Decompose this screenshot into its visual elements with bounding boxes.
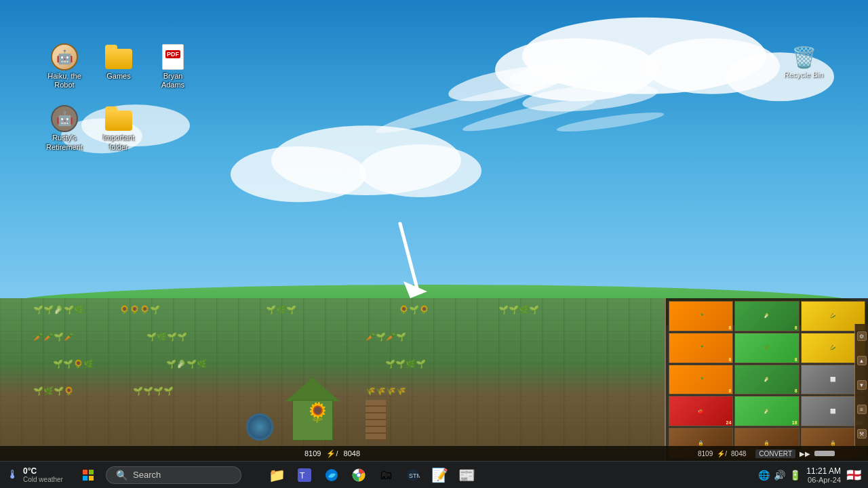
svg-rect-17 — [83, 470, 87, 474]
desktop-icon-rustys[interactable]: 🤖 Rusty's Retirement — [41, 102, 88, 154]
tray-icon-notifications[interactable]: 🏴󠁧󠁢󠁥󠁮󠁧󠁿 — [846, 468, 861, 483]
bryan-adams-icon: PDF — [159, 43, 186, 70]
icon-row-top: 🤖 Haiku, the Robot Games PDF — [41, 41, 197, 92]
desktop: 🤖 Haiku, the Robot Games PDF — [0, 0, 868, 488]
svg-point-9 — [359, 144, 481, 197]
inv-slot-7[interactable]: 🥕8 — [669, 365, 733, 395]
game-status-left: 8109 — [304, 449, 321, 458]
inv-status-mid: 8048 — [731, 450, 746, 458]
convert-label: CONVERT — [755, 449, 795, 458]
inv-slot-1[interactable]: 🥕8 — [669, 301, 733, 331]
clock-time: 11:21 AM — [806, 466, 841, 476]
desktop-icon-games[interactable]: Games — [95, 41, 142, 92]
svg-rect-20 — [89, 476, 94, 481]
inv-slot-10[interactable]: 🍅24 — [669, 396, 733, 426]
haiku-robot-label: Haiku, the Robot — [43, 72, 85, 89]
recycle-bin-icon: 🗑️ — [791, 43, 816, 70]
taskbar-app-teams[interactable]: T — [292, 463, 317, 487]
taskbar-app-files[interactable]: 🗂 — [374, 463, 398, 487]
search-icon: 🔍 — [116, 470, 127, 481]
rustys-label: Rusty's Retirement — [43, 134, 85, 151]
icon-row-bottom: 🤖 Rusty's Retirement Important folder — [41, 102, 197, 154]
svg-line-15 — [400, 224, 417, 288]
taskbar-app-chrome[interactable] — [347, 463, 371, 487]
side-btn-3[interactable]: ▼ — [857, 380, 867, 390]
weather-temperature: 0°C — [23, 466, 63, 476]
svg-point-8 — [231, 146, 366, 202]
game-canvas: 🌱🌱🥬🌱🌿 🌻🌻🌻🌱 🌱🌿🌱 🌻🌱🌻 🌱🌱🌿🌱 🥕🥕🌱🥕 🌱🌿🌱🌱 🥕🌱🥕🌱 🌱… — [0, 298, 665, 461]
svg-text:STM: STM — [409, 472, 420, 479]
weather-widget[interactable]: 🌡 0°C Cold weather — [0, 466, 75, 483]
taskbar-app-file-explorer[interactable]: 📁 — [265, 463, 290, 487]
taskbar-app-notes[interactable]: 📝 — [428, 463, 452, 487]
weather-text: 0°C Cold weather — [23, 466, 63, 483]
start-button[interactable] — [75, 462, 102, 489]
desktop-icon-bryan-adams[interactable]: PDF Bryan Adams — [149, 41, 197, 92]
taskbar-app-steam[interactable]: STM — [401, 463, 425, 487]
important-folder-label: Important folder — [98, 134, 140, 151]
inventory-panel: 🥕8 🥬8 🌽21 🥕8 🌿8 🌽4 🥕8 🥬8 ⬜8 🍅24 🥬18 ⬜101… — [665, 298, 868, 461]
haiku-robot-icon: 🤖 — [51, 43, 78, 70]
bryan-adams-label: Bryan Adams — [152, 72, 194, 89]
taskbar-app-edge[interactable] — [319, 463, 344, 487]
annotation-arrow — [380, 217, 434, 305]
recycle-bin-label: Recycle Bin — [784, 70, 823, 79]
inventory-bottom-bar: 8109 ⚡/ 8048 CONVERT ▶▶ — [665, 446, 868, 461]
side-btn-4[interactable]: ≡ — [857, 405, 867, 414]
desktop-icon-recycle-bin[interactable]: 🗑️ Recycle Bin — [780, 41, 827, 81]
games-label: Games — [106, 72, 130, 81]
svg-point-27 — [357, 473, 360, 476]
side-btn-2[interactable]: ▲ — [857, 356, 867, 365]
tray-icon-network[interactable]: 🌐 — [758, 470, 770, 481]
system-clock[interactable]: 11:21 AM 06-Apr-24 — [806, 466, 841, 484]
desktop-icon-important[interactable]: Important folder — [95, 102, 142, 154]
inv-slot-5[interactable]: 🌿8 — [734, 333, 799, 363]
side-panel: ⚙ ▲ ▼ ≡ ⚒ — [854, 324, 868, 446]
taskbar-app-news[interactable]: 📰 — [455, 463, 479, 487]
svg-text:T: T — [300, 471, 305, 481]
important-folder-icon — [105, 105, 132, 132]
games-folder-icon — [105, 43, 132, 70]
tray-icon-battery[interactable]: 🔋 — [789, 470, 801, 481]
game-area[interactable]: 🌱🌱🥬🌱🌿 🌻🌻🌻🌱 🌱🌿🌱 🌻🌱🌻 🌱🌱🌿🌱 🥕🥕🌱🥕 🌱🌿🌱🌱 🥕🌱🥕🌱 🌱… — [0, 298, 665, 461]
pinned-apps: 📁 T — [245, 463, 498, 487]
inv-slot-11[interactable]: 🥬18 — [734, 396, 799, 426]
side-btn-5[interactable]: ⚒ — [857, 429, 867, 439]
game-status-icon1: ⚡/ — [326, 449, 338, 458]
rustys-icon: 🤖 — [51, 105, 78, 132]
tray-icons: 🌐 🔊 🔋 — [758, 470, 801, 481]
search-bar[interactable]: 🔍 Search — [106, 466, 241, 484]
search-label: Search — [133, 470, 161, 480]
svg-point-14 — [556, 108, 665, 135]
tray-icon-volume[interactable]: 🔊 — [774, 470, 785, 481]
weather-description: Cold weather — [23, 476, 63, 483]
desktop-icon-haiku-robot[interactable]: 🤖 Haiku, the Robot — [41, 41, 88, 92]
clock-date: 06-Apr-24 — [808, 476, 841, 484]
inv-slot-8[interactable]: 🥬8 — [734, 365, 799, 395]
game-status-mid: 8048 — [344, 449, 360, 458]
side-btn-1[interactable]: ⚙ — [857, 331, 867, 341]
game-status-bar: 8109 ⚡/ 8048 — [0, 446, 665, 461]
svg-rect-19 — [83, 476, 87, 481]
desktop-icons: 🤖 Haiku, the Robot Games PDF — [41, 41, 197, 155]
inv-slot-4[interactable]: 🥕8 — [669, 333, 733, 363]
system-tray: 🌐 🔊 🔋 11:21 AM 06-Apr-24 🏴󠁧󠁢󠁥󠁮󠁧󠁿 — [751, 466, 868, 484]
taskbar: 🌡 0°C Cold weather 🔍 Search 📁 — [0, 461, 868, 488]
weather-icon: 🌡 — [7, 468, 19, 482]
inv-slot-2[interactable]: 🥬8 — [734, 301, 799, 331]
svg-rect-18 — [89, 470, 94, 474]
inv-status-left: 8109 — [698, 450, 713, 458]
